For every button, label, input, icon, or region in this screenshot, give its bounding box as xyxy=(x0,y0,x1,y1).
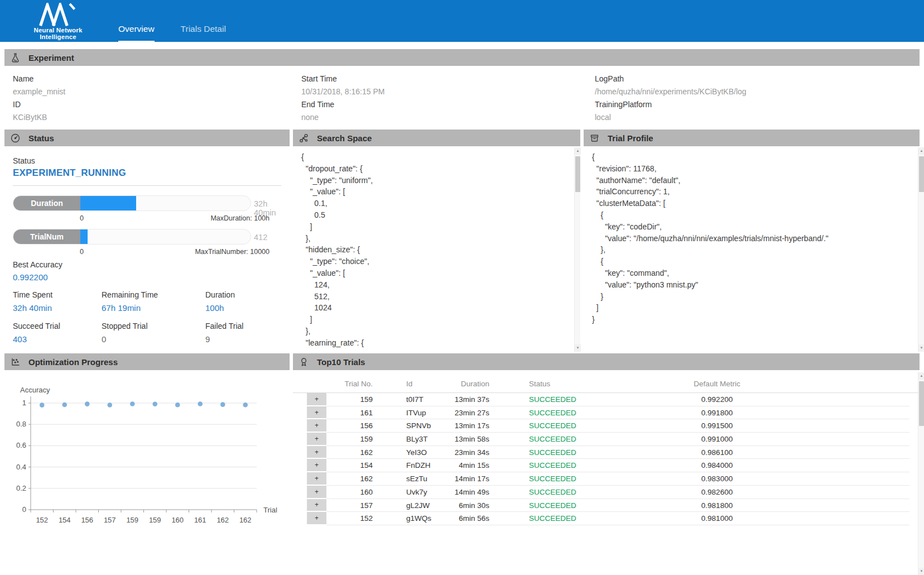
search-space-scrollbar[interactable]: ▲ ▼ xyxy=(574,147,580,352)
scroll-up-icon[interactable]: ▲ xyxy=(918,147,924,155)
field-value: none xyxy=(301,111,384,124)
scroll-up-icon[interactable]: ▲ xyxy=(575,147,581,155)
optimization-progress-chart: 00.20.40.60.8115215415615715915916016116… xyxy=(4,370,290,554)
svg-text:162: 162 xyxy=(216,516,229,524)
data-point xyxy=(107,402,112,408)
experiment-info: Name example_mnist ID KCiBytKB Start Tim… xyxy=(4,66,920,128)
search-space-json: { "dropout_rate": { "_type": "uniform", … xyxy=(293,146,580,349)
optimization-section-title: Optimization Progress xyxy=(28,357,118,367)
nni-overview-page: { "header": { "brand": "Neural Network I… xyxy=(0,0,924,575)
status-panel: Status EXPERIMENT_RUNNING Duration 32h 4… xyxy=(4,146,290,352)
expand-row-button[interactable]: + xyxy=(307,486,326,499)
trial-status-cell: SUCCEEDED xyxy=(529,433,652,446)
scroll-down-icon[interactable]: ▼ xyxy=(918,568,924,575)
column-header-trial-no: Trial No. xyxy=(326,379,373,389)
nni-logo-icon xyxy=(37,3,79,26)
expand-row-button[interactable]: + xyxy=(307,459,326,472)
expand-cell: + xyxy=(307,393,326,406)
field-label: Name xyxy=(13,73,65,85)
trial-metric-cell: 0.991800 xyxy=(656,406,778,420)
stat-label: Time Spent xyxy=(13,290,102,299)
expand-row-button[interactable]: + xyxy=(307,446,326,459)
duration-bar-fill xyxy=(80,196,136,210)
trial-status-cell: SUCCEEDED xyxy=(529,499,652,512)
trial-status-cell: SUCCEEDED xyxy=(529,406,652,420)
field-label: Start Time xyxy=(301,73,384,85)
stat-value: 67h 19min xyxy=(102,303,205,313)
svg-text:0.8: 0.8 xyxy=(16,420,26,428)
stat-label: Duration xyxy=(205,290,284,299)
scrollbar-thumb[interactable] xyxy=(919,381,924,426)
table-row: +162YeI3O23min 34sSUCCEEDED0.986100 xyxy=(293,446,920,459)
scrollbar-thumb[interactable] xyxy=(919,156,924,192)
search-space-section-title: Search Space xyxy=(317,133,372,143)
trialnum-bar-scale: 0 MaxTrialNumber: 10000 xyxy=(80,248,270,256)
trial-no-cell: 159 xyxy=(326,433,373,446)
stat-value: 100h xyxy=(205,303,284,313)
trial-profile-scrollbar[interactable]: ▲ ▼ xyxy=(918,147,924,352)
scrollbar-thumb[interactable] xyxy=(575,156,580,192)
table-row: +160Uvk7y14min 49sSUCCEEDED0.982600 xyxy=(293,486,920,499)
trial-status-cell: SUCCEEDED xyxy=(529,393,652,406)
trial-no-cell: 156 xyxy=(326,419,373,433)
expand-row-button[interactable]: + xyxy=(307,472,326,486)
field-label: TrainingPlatform xyxy=(595,98,747,111)
stat-value: 0 xyxy=(102,334,205,344)
expand-row-button[interactable]: + xyxy=(307,406,326,420)
expand-row-button[interactable]: + xyxy=(307,499,326,512)
trial-metric-cell: 0.981800 xyxy=(656,499,778,512)
status-section-title: Status xyxy=(28,133,54,143)
experiment-section-header: Experiment xyxy=(4,49,920,66)
data-point xyxy=(152,401,157,406)
table-header-row: Trial No. Id Duration Status Default Met… xyxy=(293,370,920,393)
trial-profile-section-title: Trial Profile xyxy=(608,133,653,143)
expand-row-button[interactable]: + xyxy=(307,419,326,433)
trial-profile-json: { "revision": 11768, "authorName": "defa… xyxy=(584,146,920,325)
top10-scrollbar[interactable]: ▲ ▼ xyxy=(918,372,924,575)
column-header-duration: Duration xyxy=(430,379,489,389)
trial-duration-cell: 4min 15s xyxy=(430,459,489,472)
expand-row-button[interactable]: + xyxy=(307,393,326,406)
table-row: +162sEzTu14min 17sSUCCEEDED0.983000 xyxy=(293,472,920,486)
scroll-down-icon[interactable]: ▼ xyxy=(918,344,924,352)
svg-text:159: 159 xyxy=(149,516,161,524)
expand-row-button[interactable]: + xyxy=(307,433,326,446)
trial-duration-cell: 6min 56s xyxy=(430,512,489,525)
svg-text:0.6: 0.6 xyxy=(16,441,26,449)
trial-duration-cell: 14min 17s xyxy=(430,472,489,486)
top10-section-header: Top10 Trials xyxy=(293,353,920,370)
field-value: 10/31/2018, 8:16:15 PM xyxy=(301,85,384,98)
tab-trials-detail[interactable]: Trials Detail xyxy=(181,24,226,42)
svg-text:154: 154 xyxy=(59,516,71,524)
trial-no-cell: 161 xyxy=(326,406,373,420)
trial-duration-cell: 13min 58s xyxy=(430,433,489,446)
expand-row-button[interactable]: + xyxy=(307,512,326,525)
duration-bar-scale: 0 MaxDuration: 100h xyxy=(80,214,270,222)
trial-duration-cell: 13min 17s xyxy=(430,419,489,433)
network-icon xyxy=(299,133,309,143)
svg-text:156: 156 xyxy=(81,516,93,524)
trial-duration-cell: 14min 49s xyxy=(430,486,489,499)
experiment-section-title: Experiment xyxy=(28,53,74,63)
archive-box-icon xyxy=(590,133,599,143)
nni-logo[interactable]: Neural Network Intelligence xyxy=(16,3,100,40)
trial-status-cell: SUCCEEDED xyxy=(529,446,652,459)
svg-text:0.4: 0.4 xyxy=(16,463,26,471)
scroll-down-icon[interactable]: ▼ xyxy=(575,344,581,352)
svg-text:Trial: Trial xyxy=(263,506,277,514)
field-value: local xyxy=(595,111,747,124)
field-value: example_mnist xyxy=(13,85,65,98)
svg-text:Accuracy: Accuracy xyxy=(20,386,50,394)
scroll-up-icon[interactable]: ▲ xyxy=(918,372,924,380)
gauge-icon xyxy=(11,133,20,143)
column-header-default-metric: Default Metric xyxy=(656,379,778,389)
top10-trials-table: Trial No. Id Duration Status Default Met… xyxy=(293,370,920,575)
data-point xyxy=(243,402,248,408)
svg-text:161: 161 xyxy=(194,516,206,524)
status-section-header: Status xyxy=(4,130,290,146)
tab-overview[interactable]: Overview xyxy=(118,24,155,42)
trial-metric-cell: 0.991500 xyxy=(656,419,778,433)
trial-no-cell: 162 xyxy=(326,472,373,486)
status-label: Status xyxy=(13,156,35,165)
duration-bar-track xyxy=(80,196,251,210)
